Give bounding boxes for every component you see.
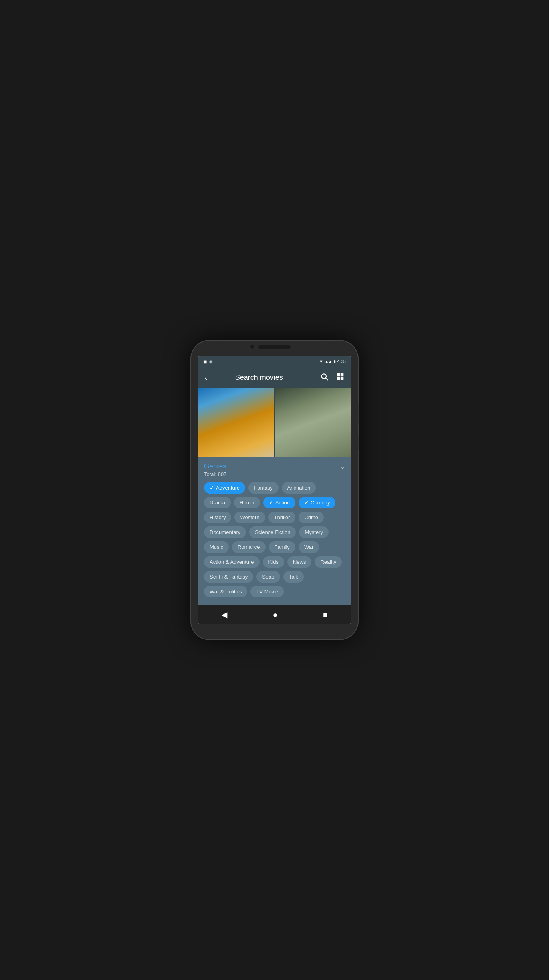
genre-chip-horror[interactable]: Horror (234, 497, 260, 508)
genre-chip-animation[interactable]: Animation (282, 482, 316, 494)
genre-chip-label: Comedy (311, 500, 330, 506)
genre-chip-label: Romance (238, 544, 260, 550)
genre-chip-label: Reality (320, 559, 336, 565)
genre-chip-comedy[interactable]: ✓Comedy (299, 497, 335, 508)
genre-chip-label: Fantasy (254, 485, 272, 491)
genre-chip-label: News (293, 559, 306, 565)
genre-chip-history[interactable]: History (204, 512, 231, 523)
genre-chip-label: Western (240, 514, 259, 520)
genre-chip-mystery[interactable]: Mystery (299, 526, 329, 538)
genre-chip-label: War & Politics (210, 589, 242, 595)
genre-chip-action-and-adventure[interactable]: Action & Adventure (204, 556, 260, 568)
genre-chip-label: Horror (240, 500, 254, 506)
genres-header: Genres ⌄ (204, 462, 345, 470)
sd-card-icon: ▣ (203, 359, 207, 364)
time-display: 4:35 (337, 359, 346, 364)
genre-chip-label: War (304, 544, 313, 550)
genre-chip-label: TV Movie (256, 589, 278, 595)
genre-chip-family[interactable]: Family (269, 541, 295, 553)
genre-chip-documentary[interactable]: Documentary (204, 526, 246, 538)
collapse-icon[interactable]: ⌄ (340, 463, 345, 470)
power-button[interactable] (358, 436, 359, 450)
genre-chip-action[interactable]: ✓Action (263, 497, 295, 508)
genre-chip-science-fiction[interactable]: Science Fiction (249, 526, 296, 538)
genre-chip-label: Music (210, 544, 223, 550)
wifi-icon: ▼ (319, 359, 323, 364)
genre-chip-reality[interactable]: Reality (315, 556, 342, 568)
genre-chip-label: Mystery (305, 529, 323, 535)
genre-chip-label: Science Fiction (255, 529, 290, 535)
genre-chip-label: Talk (289, 574, 298, 580)
genre-chip-drama[interactable]: Drama (204, 497, 231, 508)
genre-chip-romance[interactable]: Romance (232, 541, 266, 553)
svg-rect-2 (337, 373, 340, 376)
genre-chip-label: Action (275, 500, 290, 506)
genre-chip-war[interactable]: War (299, 541, 319, 553)
toolbar-actions (319, 371, 346, 384)
genre-chip-thriller[interactable]: Thriller (268, 512, 296, 523)
genre-chip-music[interactable]: Music (204, 541, 229, 553)
genre-chip-news[interactable]: News (287, 556, 312, 568)
posters-area (198, 388, 351, 457)
svg-rect-4 (337, 377, 340, 380)
camera-icon: ◎ (209, 359, 213, 364)
volume-button[interactable] (358, 404, 359, 424)
genre-chip-label: Adventure (216, 485, 240, 491)
genre-chip-tv-movie[interactable]: TV Movie (250, 586, 284, 597)
genres-panel: Genres ⌄ Total: 807 ✓AdventureFantasyAni… (198, 457, 351, 605)
battery-icon: ▮ (334, 359, 336, 363)
nav-recent-button[interactable]: ■ (313, 607, 337, 623)
nav-back-button[interactable]: ◀ (212, 607, 237, 623)
signal-icon: ▲▲ (325, 359, 332, 363)
genre-chip-sci-fi-and-fantasy[interactable]: Sci-Fi & Fantasy (204, 571, 253, 583)
svg-rect-5 (341, 377, 344, 380)
genre-chip-label: Kids (268, 559, 279, 565)
genre-chip-label: History (210, 514, 226, 520)
phone-frame: ▣ ◎ ▼ ▲▲ ▮ 4:35 ‹ Search movies (190, 340, 359, 640)
genre-chip-adventure[interactable]: ✓Adventure (204, 482, 245, 494)
genres-title: Genres (204, 462, 226, 470)
genre-chip-label: Documentary (210, 529, 240, 535)
status-left-icons: ▣ ◎ (203, 359, 213, 364)
page-title: Search movies (200, 373, 319, 382)
nav-home-button[interactable]: ● (263, 607, 287, 623)
genre-chip-label: Animation (287, 485, 311, 491)
genre-chip-label: Action & Adventure (210, 559, 254, 565)
genre-chip-label: Soap (262, 574, 274, 580)
genre-chip-crime[interactable]: Crime (299, 512, 324, 523)
genre-chip-fantasy[interactable]: Fantasy (248, 482, 278, 494)
genre-chip-label: Drama (210, 500, 225, 506)
camera-dot (250, 345, 254, 349)
genre-chip-talk[interactable]: Talk (283, 571, 304, 583)
svg-rect-3 (341, 373, 344, 376)
genre-chip-soap[interactable]: Soap (256, 571, 280, 583)
chips-container: ✓AdventureFantasyAnimationDramaHorror✓Ac… (204, 482, 345, 597)
navigation-bar: ◀ ● ■ (198, 605, 351, 624)
status-right-icons: ▼ ▲▲ ▮ 4:35 (319, 359, 346, 364)
movie-poster-1[interactable] (198, 388, 274, 457)
movie-poster-2[interactable] (275, 388, 351, 457)
search-button[interactable] (319, 371, 330, 384)
toolbar: ‹ Search movies (198, 367, 351, 388)
filter-button[interactable] (335, 371, 346, 384)
genres-total: Total: 807 (204, 471, 345, 477)
genre-chip-western[interactable]: Western (234, 512, 265, 523)
genre-chip-war-and-politics[interactable]: War & Politics (204, 586, 247, 597)
genre-chip-label: Thriller (274, 514, 290, 520)
genre-chip-label: Crime (304, 514, 318, 520)
genre-chip-label: Family (274, 544, 290, 550)
phone-screen: ▣ ◎ ▼ ▲▲ ▮ 4:35 ‹ Search movies (198, 356, 351, 624)
svg-line-1 (326, 378, 328, 380)
earpiece (258, 345, 291, 349)
status-bar: ▣ ◎ ▼ ▲▲ ▮ 4:35 (198, 356, 351, 367)
genre-chip-label: Sci-Fi & Fantasy (210, 574, 248, 580)
genre-chip-kids[interactable]: Kids (263, 556, 284, 568)
